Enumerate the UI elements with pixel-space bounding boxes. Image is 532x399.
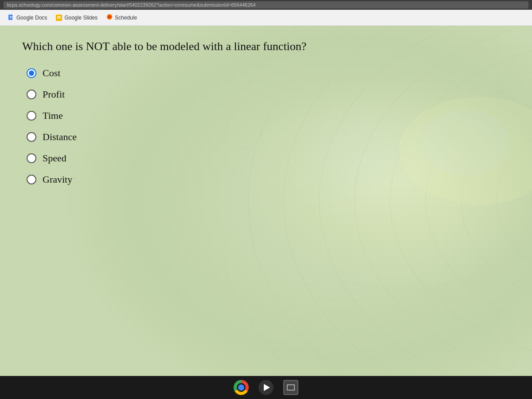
option-time-label: Time — [43, 110, 63, 121]
window-icon — [283, 380, 298, 395]
radio-profit[interactable] — [27, 90, 36, 99]
taskbar — [0, 376, 532, 399]
radio-cost-fill — [29, 70, 34, 76]
options-list: Cost Profit Time Distance Speed — [22, 67, 510, 185]
bookmark-google-slides[interactable]: Google Slides — [52, 13, 101, 23]
bookmark-google-docs-label: Google Docs — [16, 15, 47, 21]
option-time[interactable]: Time — [27, 110, 510, 121]
bookmark-schedule-label: Schedule — [115, 15, 137, 21]
option-distance[interactable]: Distance — [27, 131, 510, 143]
option-cost[interactable]: Cost — [27, 67, 510, 79]
play-taskbar-icon[interactable] — [258, 379, 274, 395]
window-taskbar-icon[interactable] — [283, 379, 299, 395]
browser-bar: bcps.schoology.com/common-assessment-del… — [0, 0, 532, 10]
radio-distance[interactable] — [27, 132, 36, 142]
svg-rect-2 — [10, 17, 12, 17]
chrome-taskbar-icon[interactable] — [233, 379, 249, 395]
svg-rect-3 — [10, 18, 12, 18]
option-cost-label: Cost — [43, 67, 60, 79]
play-triangle — [264, 384, 270, 391]
option-distance-label: Distance — [43, 131, 77, 143]
slides-icon — [56, 15, 62, 21]
bookmarks-bar: Google Docs Google Slides Schedule — [0, 10, 532, 26]
option-gravity-label: Gravity — [43, 174, 72, 185]
option-profit[interactable]: Profit — [27, 89, 510, 100]
option-profit-label: Profit — [43, 89, 65, 100]
main-content: Which one is NOT able to be modeled with… — [0, 26, 532, 376]
bookmark-google-docs[interactable]: Google Docs — [4, 13, 51, 23]
radio-cost[interactable] — [27, 68, 36, 78]
docs-icon — [8, 15, 14, 21]
schedule-icon — [106, 14, 113, 21]
question-text: Which one is NOT able to be modeled with… — [22, 39, 510, 54]
radio-gravity[interactable] — [27, 175, 36, 184]
play-icon — [258, 380, 274, 395]
svg-rect-5 — [57, 16, 61, 19]
bookmark-schedule[interactable]: Schedule — [103, 12, 141, 23]
svg-point-7 — [108, 16, 111, 18]
bookmark-google-slides-label: Google Slides — [64, 15, 98, 21]
option-speed[interactable]: Speed — [27, 153, 510, 164]
radio-time[interactable] — [27, 111, 36, 121]
window-inner — [287, 384, 295, 391]
option-gravity[interactable]: Gravity — [27, 174, 510, 185]
url-bar: bcps.schoology.com/common-assessment-del… — [4, 1, 528, 8]
option-speed-label: Speed — [43, 153, 66, 164]
svg-rect-1 — [10, 16, 12, 16]
radio-speed[interactable] — [27, 153, 36, 163]
chrome-icon — [234, 380, 249, 395]
quiz-container: Which one is NOT able to be modeled with… — [0, 26, 532, 376]
